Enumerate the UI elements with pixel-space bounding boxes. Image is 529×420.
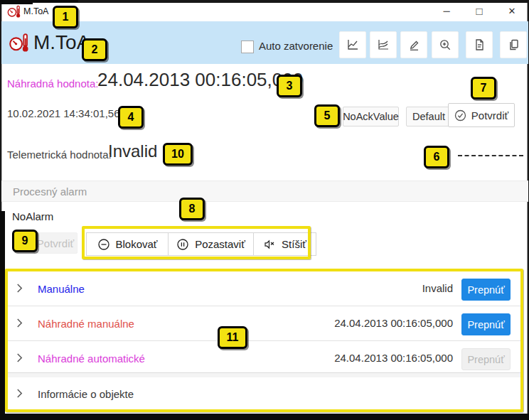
section-label: Náhradné automatické xyxy=(38,352,145,365)
substitute-value: 24.04.2013 00:16:05,000 xyxy=(97,69,303,91)
screenshot-artifact xyxy=(0,414,529,420)
multi-trend-chart-icon xyxy=(377,38,390,51)
annotation-box-6: 6 xyxy=(424,146,449,168)
edit-button[interactable] xyxy=(400,31,427,58)
annotation-box-5: 5 xyxy=(314,104,340,127)
switch-button-manual[interactable]: Prepnúť xyxy=(461,279,511,301)
annotation-box-4: 4 xyxy=(118,106,144,129)
close-button[interactable]: ✕ xyxy=(500,2,524,19)
section-label: Náhradné manuálne xyxy=(38,318,134,330)
edit-pencil-icon xyxy=(407,38,420,51)
circle-minus-icon xyxy=(97,238,110,251)
section-value: 24.04.2013 00:16:05,000 xyxy=(334,317,453,329)
minimize-button[interactable]: ─ xyxy=(434,2,459,19)
multi-trend-chart-button[interactable] xyxy=(370,31,397,58)
zoom-in-button[interactable] xyxy=(432,31,459,58)
trend-chart-button[interactable] xyxy=(339,31,366,58)
annotation-box-1: 1 xyxy=(53,6,78,28)
window-title: M.ToA xyxy=(23,6,48,16)
check-circle-icon xyxy=(454,109,466,122)
telemetry-value: Invalid xyxy=(108,141,157,161)
switch-button-substitute-automatic[interactable]: Prepnúť xyxy=(461,348,511,370)
substitute-value-label: Náhradná hodnota: xyxy=(7,77,98,90)
confirm-value-button[interactable]: Potvrdiť xyxy=(448,103,515,127)
alarm-action-group: Blokovať Pozastaviť Stíšiť xyxy=(86,232,316,256)
section-label: Manuálne xyxy=(38,283,85,295)
section-row-substitute-automatic[interactable]: Náhradné automatické 24.04.2013 00:16:05… xyxy=(8,341,521,372)
alarm-status: NoAlarm xyxy=(12,210,53,222)
annotation-box-3: 3 xyxy=(277,75,302,97)
annotation-box-2: 2 xyxy=(82,38,107,61)
default-button[interactable]: Default xyxy=(406,107,451,126)
process-alarm-section-header: Procesný alarm xyxy=(1,181,528,202)
auto-close-label: Auto zatvorenie xyxy=(259,40,333,52)
annotation-box-11: 11 xyxy=(218,326,247,349)
copy-button[interactable] xyxy=(500,31,527,58)
chevron-right-icon xyxy=(16,318,23,328)
annotation-box-9: 9 xyxy=(12,230,38,252)
chevron-right-icon xyxy=(16,353,23,362)
maximize-button[interactable]: □ xyxy=(467,2,491,19)
telemetry-value-label: Telemetrická hodnota: xyxy=(7,149,112,161)
circle-pause-icon xyxy=(176,238,189,251)
value-timestamp: 10.02.2021 14:34:01,567 xyxy=(7,107,126,119)
noackvalue-button[interactable]: NoAckValue xyxy=(343,107,399,126)
annotation-box-7: 7 xyxy=(471,77,496,99)
section-value: Invalid xyxy=(422,282,453,294)
confirm-alarm-button-disabled[interactable]: Potvrdiť xyxy=(33,232,78,254)
section-label: Informácie o objekte xyxy=(38,388,134,400)
section-value: 24.04.2013 00:16:05,000 xyxy=(334,352,453,364)
zoom-in-icon xyxy=(439,38,451,51)
app-icon-small xyxy=(6,5,21,18)
row-divider xyxy=(8,306,521,306)
row-divider xyxy=(8,340,521,341)
trend-chart-icon xyxy=(346,38,359,51)
section-row-substitute-manual[interactable]: Náhradné manuálne 24.04.2013 00:16:05,00… xyxy=(8,306,521,340)
screenshot-artifact xyxy=(0,0,33,4)
section-divider-band xyxy=(8,372,521,377)
document-icon xyxy=(473,38,486,51)
switch-button-substitute-manual[interactable]: Prepnúť xyxy=(461,313,511,335)
app-icon-large xyxy=(8,33,30,53)
auto-close-checkbox[interactable] xyxy=(241,41,254,53)
chevron-right-icon xyxy=(16,389,23,398)
section-row-object-info[interactable]: Informácie o objekte xyxy=(8,377,521,411)
section-row-manual[interactable]: Manuálne Invalid xyxy=(8,271,521,306)
document-button[interactable] xyxy=(466,31,493,58)
speaker-mute-icon xyxy=(263,238,276,251)
empty-value-dashes xyxy=(458,155,523,156)
annotation-box-8: 8 xyxy=(179,198,205,220)
screenshot-artifact xyxy=(0,211,5,420)
pause-button[interactable]: Pozastaviť xyxy=(168,232,254,256)
mute-button[interactable]: Stíšiť xyxy=(253,232,316,256)
copy-icon xyxy=(507,38,520,51)
screenshot-root: M.ToA ─ □ ✕ M.ToA Auto zatvorenie xyxy=(0,0,529,420)
annotation-box-10: 10 xyxy=(163,143,193,166)
chevron-right-icon xyxy=(16,284,23,293)
block-button[interactable]: Blokovať xyxy=(86,232,169,256)
